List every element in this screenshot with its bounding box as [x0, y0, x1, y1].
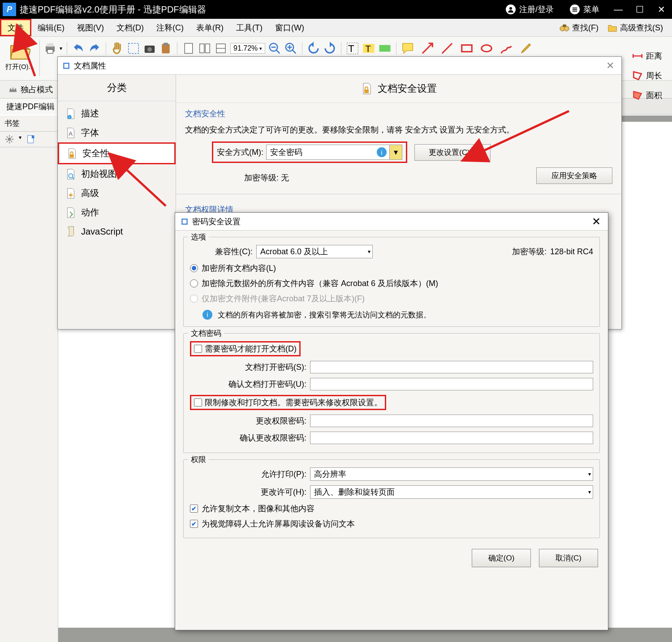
sidebar-item-advanced[interactable]: 高级 [58, 184, 176, 203]
compat-dropdown[interactable]: Acrobat 6.0 及以上▾ [256, 245, 373, 258]
hand-icon[interactable] [111, 42, 124, 55]
find-button[interactable]: 查找(F) [555, 22, 603, 33]
radio-encrypt-all[interactable] [190, 264, 198, 272]
sidebar-item-initial-view[interactable]: 初始视图 [58, 164, 176, 184]
options-fieldset: 选项 兼容性(C): Acrobat 6.0 及以上▾ 加密等级: 128-bi… [183, 237, 600, 327]
encrypt-except-meta-row[interactable]: 加密除元数据外的所有文件内容（兼容 Acrobat 6 及后续版本）(M) [190, 276, 593, 291]
fit-icon[interactable] [214, 42, 228, 55]
zoom-in-icon[interactable] [284, 42, 297, 55]
svg-rect-40 [183, 219, 187, 223]
allow-screen-checkbox[interactable] [190, 520, 198, 528]
change-settings-button[interactable]: 更改设置(C)... [414, 144, 491, 161]
allow-copy-row[interactable]: 允许复制文本，图像和其他内容 [190, 501, 593, 516]
bookmark-icon[interactable] [26, 134, 36, 144]
sidebar-item-javascript[interactable]: JavaScript [58, 222, 176, 241]
sidebar-category-header: 分类 [58, 75, 176, 101]
password-security-close[interactable]: ✕ [590, 215, 603, 228]
highlight-text-icon[interactable]: T [362, 42, 375, 55]
perm-password-confirm-input[interactable] [310, 432, 593, 444]
menu-window[interactable]: 窗口(W) [269, 19, 310, 36]
sidebar-item-description[interactable]: i 描述 [58, 104, 176, 123]
perm-password-input[interactable] [310, 415, 593, 427]
need-open-password-checkbox[interactable] [194, 345, 202, 353]
sidebar-item-font[interactable]: A 字体 [58, 123, 176, 142]
encrypt-all-radio-row[interactable]: 加密所有文档内容(L) [190, 261, 593, 276]
window-title: 捷速PDF编辑器v2.0使用手册 - 迅捷PDF编辑器 [20, 4, 206, 16]
maximize-button[interactable]: ☐ [629, 0, 650, 19]
sidebar-item-action[interactable]: 动作 [58, 203, 176, 222]
page-icon[interactable] [182, 42, 195, 55]
doc-info-icon: i [65, 108, 77, 120]
redo-icon[interactable] [88, 42, 101, 55]
allow-screen-row[interactable]: 为视觉障碍人士允许屏幕阅读设备访问文本 [190, 516, 593, 531]
need-open-password-row[interactable]: 需要密码才能打开文档(D) [190, 341, 301, 356]
svg-rect-15 [185, 43, 193, 54]
exclusive-mode-button[interactable]: 独占模式 [4, 84, 56, 95]
menu-view[interactable]: 视图(V) [71, 19, 110, 36]
open-password-input[interactable] [310, 361, 593, 373]
line-tool-icon[interactable] [440, 42, 454, 55]
ok-button[interactable]: 确定(O) [472, 549, 531, 567]
menu-edit[interactable]: 编辑(E) [31, 19, 71, 36]
edit-text-icon[interactable]: T [346, 42, 359, 55]
perimeter-tool[interactable]: 周长 [632, 70, 669, 81]
radio-encrypt-attachments [190, 295, 198, 303]
open-button[interactable]: 打开(O)... [4, 39, 36, 73]
doc-properties-close[interactable]: ✕ [603, 60, 617, 72]
adv-find-button[interactable]: 高级查找(S) [603, 22, 668, 33]
menu-button[interactable]: 菜单 [562, 0, 607, 19]
svg-rect-16 [200, 44, 204, 53]
allow-copy-label: 允许复制文本，图像和其他内容 [202, 503, 314, 514]
dialog-icon [181, 218, 189, 226]
minimize-button[interactable]: — [607, 0, 629, 19]
apply-policy-button[interactable]: 应用安全策略 [536, 167, 612, 184]
distance-tool[interactable]: 距离 [632, 50, 669, 62]
menu-tool[interactable]: 工具(T) [230, 19, 269, 36]
pencil-tool-icon[interactable] [500, 42, 513, 55]
area-tool[interactable]: 面积 [632, 90, 669, 101]
text-box-icon[interactable] [378, 42, 392, 55]
close-button[interactable]: ✕ [650, 0, 672, 19]
rotate-right-icon[interactable] [323, 42, 336, 55]
oval-tool-icon[interactable] [480, 42, 493, 55]
zoom-combo[interactable]: 91.72%▾ [230, 43, 265, 54]
login-button[interactable]: 注册/登录 [498, 0, 562, 19]
allow-change-dropdown[interactable]: 插入、删除和旋转页面▾ [310, 485, 593, 499]
restrict-row[interactable]: 限制修改和打印文档。需要密码来修改权限设置。 [190, 395, 386, 410]
bookmark-panel: 书签 ▾ [0, 116, 58, 642]
svg-rect-25 [379, 45, 391, 52]
radio-encrypt-except-meta[interactable] [190, 279, 198, 287]
sidebar-item-security[interactable]: 安全性 [58, 142, 176, 164]
svg-point-27 [482, 45, 492, 52]
print-icon[interactable] [43, 42, 57, 55]
arrow-tool-icon[interactable] [421, 42, 434, 55]
menu-file[interactable]: 文件 [0, 19, 31, 36]
menu-comment[interactable]: 注释(C) [150, 19, 190, 36]
allow-copy-checkbox[interactable] [190, 505, 198, 513]
undo-icon[interactable] [72, 42, 85, 55]
zoom-out-icon[interactable] [268, 42, 281, 55]
snapshot-icon[interactable] [143, 42, 156, 55]
clipboard-icon[interactable] [159, 42, 172, 55]
note-icon[interactable] [401, 42, 414, 55]
permissions-fieldset: 权限 允许打印(P): 高分辨率▾ 更改许可(H): 插入、删除和旋转页面▾ 允… [183, 459, 600, 538]
restrict-checkbox[interactable] [194, 398, 202, 407]
cancel-button[interactable]: 取消(C) [539, 549, 598, 567]
folder-search-icon [607, 23, 617, 33]
document-tab[interactable]: 捷速PDF编辑 [0, 98, 61, 115]
open-password-confirm-input[interactable] [310, 378, 593, 390]
gear-icon[interactable] [4, 134, 14, 144]
doc-lock-icon [66, 148, 78, 159]
allow-print-dropdown[interactable]: 高分辨率▾ [310, 467, 593, 481]
select-icon[interactable] [127, 42, 140, 55]
security-method-dropdown[interactable]: 安全密码 i ▾ [266, 145, 402, 160]
info-icon: i [202, 310, 212, 320]
open-folder-icon [9, 40, 30, 62]
menu-form[interactable]: 表单(R) [190, 19, 230, 36]
two-page-icon[interactable] [198, 42, 211, 55]
rotate-left-icon[interactable] [307, 42, 320, 55]
enc-level-label2: 加密等级: [512, 246, 547, 257]
menu-document[interactable]: 文档(D) [110, 19, 150, 36]
highlighter-icon[interactable] [519, 42, 533, 55]
rect-tool-icon[interactable] [460, 42, 474, 55]
